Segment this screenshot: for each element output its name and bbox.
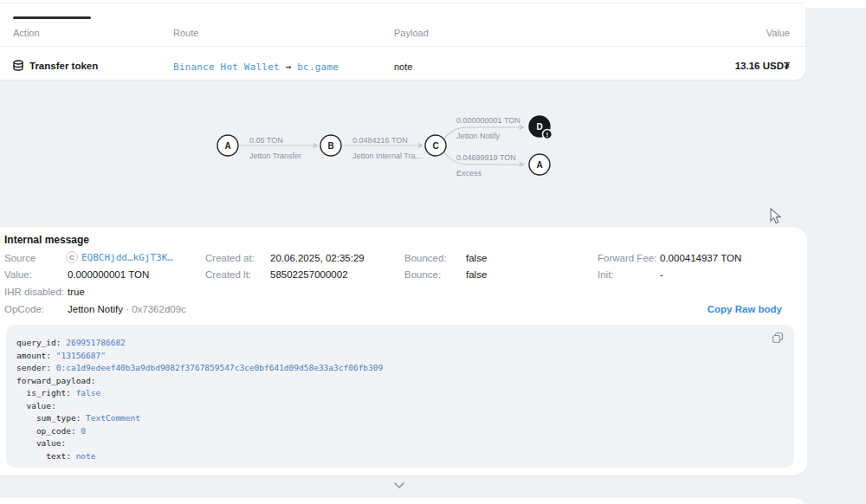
chevron-down-icon xyxy=(395,483,404,488)
payload-code-block: query_id: 269951786682 amount: "13156687… xyxy=(6,325,794,468)
svg-text:A: A xyxy=(224,141,230,151)
internal-message-title: Internal message xyxy=(4,234,89,246)
token-icon xyxy=(12,60,24,75)
code-key: text: xyxy=(16,451,71,461)
created-lt-label: Created lt: xyxy=(205,269,251,280)
svg-text:C: C xyxy=(432,141,438,151)
header-divider xyxy=(0,46,805,47)
init-label: Init: xyxy=(598,269,614,280)
code-key: amount: xyxy=(16,351,51,360)
code-value: false xyxy=(71,388,100,397)
edge-amount: 0.0484216 TON xyxy=(352,136,408,145)
edge-amount: 0.05 TON xyxy=(249,136,283,145)
bounce-value: false xyxy=(466,269,487,280)
svg-text:A: A xyxy=(536,160,542,170)
column-header-route: Route xyxy=(173,28,198,38)
edge-label: Excess xyxy=(456,169,482,178)
created-lt-value: 58502257000002 xyxy=(270,269,348,280)
next-section-card xyxy=(0,498,807,504)
trace-node-c[interactable]: C xyxy=(425,135,446,156)
trace-node-a[interactable]: A xyxy=(217,135,238,156)
route-cell: Binance Hot Wallet → bc.game xyxy=(173,61,339,73)
edge-label: Jetton Transfer xyxy=(249,152,301,160)
edge-label: Jetton Internal Tra… xyxy=(352,152,423,160)
trace-node-b[interactable]: B xyxy=(320,135,341,156)
route-arrow-icon: → xyxy=(286,61,292,73)
ihr-disabled-label: IHR disabled: xyxy=(4,287,64,297)
created-at-label: Created at: xyxy=(205,253,255,263)
active-tab-indicator xyxy=(13,16,91,19)
mouse-cursor xyxy=(770,208,782,225)
code-key: value: xyxy=(16,401,56,410)
code-value: 0:ca1d9edeef40b3a9dbd9082f3767859547c3ce… xyxy=(51,363,383,372)
forward-fee-label: Forward Fee: xyxy=(598,253,656,263)
ihr-disabled-value: true xyxy=(68,287,85,297)
code-key: op_code: xyxy=(16,426,76,436)
trace-node-d[interactable]: D ! xyxy=(529,116,553,139)
svg-text:!: ! xyxy=(546,132,548,138)
bounced-value: false xyxy=(466,253,487,263)
code-key: forward_payload: xyxy=(16,376,96,385)
opcode-value: Jetton Notify · 0x7362d09c xyxy=(68,304,186,314)
code-key: is_right: xyxy=(16,388,71,397)
init-value: - xyxy=(660,269,663,280)
expand-section-chevron[interactable] xyxy=(388,479,410,493)
copy-code-icon[interactable] xyxy=(772,332,784,347)
code-key: sender: xyxy=(16,363,51,372)
column-header-value: Value xyxy=(766,28,790,38)
code-value: note xyxy=(71,451,96,461)
bounced-label: Bounced: xyxy=(404,253,447,263)
source-value[interactable]: C EQBCHjdd…kGjT3K… xyxy=(66,251,173,263)
route-to-link[interactable]: bc.game xyxy=(297,61,339,73)
column-header-action: Action xyxy=(13,28,40,38)
code-value: TextComment xyxy=(81,413,140,423)
forward-fee-value: 0.000414937 TON xyxy=(660,253,741,263)
code-value: 0 xyxy=(76,426,86,436)
route-from-link[interactable]: Binance Hot Wallet xyxy=(173,61,280,73)
code-value: "13156687" xyxy=(51,351,106,360)
edge-amount: 0.000000001 TON xyxy=(456,116,520,125)
value-label: Value: xyxy=(4,269,32,280)
edge-amount: 0.04699919 TON xyxy=(456,153,516,162)
payload-cell: note xyxy=(394,61,412,72)
svg-text:B: B xyxy=(327,141,333,151)
opcode-label: OpCode: xyxy=(4,304,44,314)
created-at-value: 20.06.2025, 02:35:29 xyxy=(270,253,365,263)
action-name: Transfer token xyxy=(29,61,98,71)
code-value: 269951786682 xyxy=(61,338,125,347)
edge-label: Jetton Notify xyxy=(456,132,501,140)
value-value: 0.000000001 TON xyxy=(68,269,149,280)
code-key: query_id: xyxy=(16,338,61,347)
trace-node-a2[interactable]: A xyxy=(529,154,550,175)
opcode-hex: · 0x7362d09c xyxy=(126,304,186,314)
column-header-payload: Payload xyxy=(394,28,429,38)
svg-text:D: D xyxy=(536,122,542,132)
transaction-trace-graph: 0.05 TON Jetton Transfer 0.0484216 TON J… xyxy=(208,104,572,191)
code-key: sum_type: xyxy=(16,413,81,423)
source-address-link[interactable]: EQBCHjdd…kGjT3K… xyxy=(81,252,173,263)
top-divider xyxy=(0,3,803,3)
source-label: Source xyxy=(4,253,36,263)
copy-raw-body-button[interactable]: Copy Raw body xyxy=(708,304,782,314)
bounce-label: Bounce: xyxy=(404,269,441,280)
code-key: value: xyxy=(16,438,66,448)
value-cell: 13.16 USD₮ xyxy=(735,61,790,71)
contract-badge-icon: C xyxy=(66,251,78,263)
